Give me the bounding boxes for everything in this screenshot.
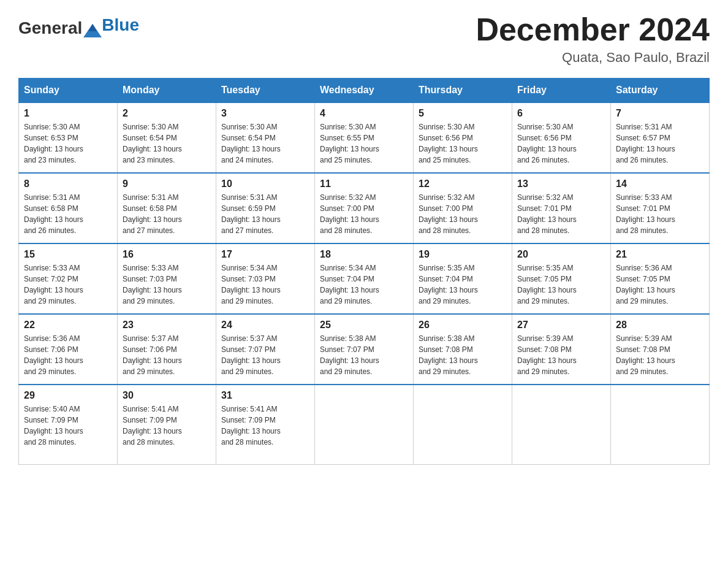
week-row-2: 8 Sunrise: 5:31 AMSunset: 6:58 PMDayligh… (19, 173, 710, 243)
title-area: December 2024 Quata, Sao Paulo, Brazil (476, 12, 710, 66)
day-info: Sunrise: 5:30 AMSunset: 6:54 PMDaylight:… (221, 123, 281, 164)
day-number: 8 (24, 178, 112, 190)
day-info: Sunrise: 5:36 AMSunset: 7:06 PMDaylight:… (24, 334, 83, 376)
day-info: Sunrise: 5:37 AMSunset: 7:07 PMDaylight:… (221, 334, 281, 376)
calendar-cell: 10 Sunrise: 5:31 AMSunset: 6:59 PMDaylig… (216, 173, 315, 243)
day-header-saturday: Saturday (611, 79, 710, 103)
calendar-cell (611, 385, 710, 464)
calendar-cell: 27 Sunrise: 5:39 AMSunset: 7:08 PMDaylig… (512, 314, 611, 385)
calendar-cell: 7 Sunrise: 5:31 AMSunset: 6:57 PMDayligh… (611, 102, 710, 173)
day-info: Sunrise: 5:30 AMSunset: 6:56 PMDaylight:… (517, 123, 577, 164)
calendar-table: SundayMondayTuesdayWednesdayThursdayFrid… (18, 78, 710, 465)
day-number: 5 (419, 108, 507, 119)
day-number: 14 (616, 178, 704, 190)
calendar-cell (414, 385, 512, 464)
day-number: 22 (24, 320, 112, 331)
day-number: 25 (320, 320, 408, 331)
calendar-cell: 2 Sunrise: 5:30 AMSunset: 6:54 PMDayligh… (118, 102, 216, 173)
calendar-cell: 25 Sunrise: 5:38 AMSunset: 7:07 PMDaylig… (315, 314, 414, 385)
day-info: Sunrise: 5:35 AMSunset: 7:05 PMDaylight:… (517, 264, 577, 305)
calendar-cell: 1 Sunrise: 5:30 AMSunset: 6:53 PMDayligh… (19, 102, 118, 173)
day-info: Sunrise: 5:30 AMSunset: 6:54 PMDaylight:… (123, 123, 182, 164)
logo-general-text: General (18, 18, 82, 38)
calendar-cell: 28 Sunrise: 5:39 AMSunset: 7:08 PMDaylig… (611, 314, 710, 385)
calendar-cell: 26 Sunrise: 5:38 AMSunset: 7:08 PMDaylig… (414, 314, 512, 385)
day-info: Sunrise: 5:38 AMSunset: 7:07 PMDaylight:… (320, 334, 379, 376)
day-number: 4 (320, 108, 408, 119)
calendar-cell: 30 Sunrise: 5:41 AMSunset: 7:09 PMDaylig… (118, 385, 216, 464)
month-title: December 2024 (476, 12, 710, 47)
day-info: Sunrise: 5:37 AMSunset: 7:06 PMDaylight:… (123, 334, 182, 376)
day-number: 23 (123, 320, 211, 331)
page-header: General Blue December 2024 Quata, Sao Pa… (18, 12, 710, 66)
day-info: Sunrise: 5:33 AMSunset: 7:02 PMDaylight:… (24, 264, 83, 305)
day-number: 1 (24, 108, 112, 119)
day-header-monday: Monday (118, 79, 216, 103)
day-number: 31 (221, 390, 309, 401)
calendar-cell: 4 Sunrise: 5:30 AMSunset: 6:55 PMDayligh… (315, 102, 414, 173)
logo: General Blue (18, 18, 139, 38)
calendar-cell: 31 Sunrise: 5:41 AMSunset: 7:09 PMDaylig… (216, 385, 315, 464)
day-info: Sunrise: 5:30 AMSunset: 6:55 PMDaylight:… (320, 123, 379, 164)
day-info: Sunrise: 5:40 AMSunset: 7:09 PMDaylight:… (24, 405, 83, 446)
calendar-cell: 21 Sunrise: 5:36 AMSunset: 7:05 PMDaylig… (611, 243, 710, 314)
day-info: Sunrise: 5:36 AMSunset: 7:05 PMDaylight:… (616, 264, 675, 305)
logo-blue-text: Blue (102, 15, 139, 35)
calendar-cell: 13 Sunrise: 5:32 AMSunset: 7:01 PMDaylig… (512, 173, 611, 243)
calendar-cell: 12 Sunrise: 5:32 AMSunset: 7:00 PMDaylig… (414, 173, 512, 243)
calendar-cell: 23 Sunrise: 5:37 AMSunset: 7:06 PMDaylig… (118, 314, 216, 385)
calendar-cell: 18 Sunrise: 5:34 AMSunset: 7:04 PMDaylig… (315, 243, 414, 314)
days-header-row: SundayMondayTuesdayWednesdayThursdayFrid… (19, 79, 710, 103)
calendar-cell: 22 Sunrise: 5:36 AMSunset: 7:06 PMDaylig… (19, 314, 118, 385)
calendar-cell: 24 Sunrise: 5:37 AMSunset: 7:07 PMDaylig… (216, 314, 315, 385)
day-info: Sunrise: 5:35 AMSunset: 7:04 PMDaylight:… (419, 264, 478, 305)
day-number: 29 (24, 390, 112, 401)
day-number: 3 (221, 108, 309, 119)
logo-icon (83, 19, 102, 37)
day-number: 6 (517, 108, 605, 119)
day-info: Sunrise: 5:33 AMSunset: 7:01 PMDaylight:… (616, 193, 675, 235)
day-number: 11 (320, 178, 408, 190)
day-number: 15 (24, 249, 112, 260)
week-row-5: 29 Sunrise: 5:40 AMSunset: 7:09 PMDaylig… (19, 385, 710, 464)
calendar-cell: 14 Sunrise: 5:33 AMSunset: 7:01 PMDaylig… (611, 173, 710, 243)
day-info: Sunrise: 5:34 AMSunset: 7:04 PMDaylight:… (320, 264, 379, 305)
day-number: 16 (123, 249, 211, 260)
day-number: 19 (419, 249, 507, 260)
day-info: Sunrise: 5:41 AMSunset: 7:09 PMDaylight:… (123, 405, 182, 446)
calendar-cell: 11 Sunrise: 5:32 AMSunset: 7:00 PMDaylig… (315, 173, 414, 243)
day-number: 27 (517, 320, 605, 331)
day-number: 13 (517, 178, 605, 190)
calendar-cell: 20 Sunrise: 5:35 AMSunset: 7:05 PMDaylig… (512, 243, 611, 314)
day-number: 20 (517, 249, 605, 260)
day-header-tuesday: Tuesday (216, 79, 315, 103)
day-info: Sunrise: 5:32 AMSunset: 7:00 PMDaylight:… (419, 193, 478, 235)
day-number: 7 (616, 108, 704, 119)
calendar-cell (512, 385, 611, 464)
calendar-cell: 19 Sunrise: 5:35 AMSunset: 7:04 PMDaylig… (414, 243, 512, 314)
day-number: 26 (419, 320, 507, 331)
day-info: Sunrise: 5:32 AMSunset: 7:00 PMDaylight:… (320, 193, 379, 235)
day-header-sunday: Sunday (19, 79, 118, 103)
calendar-cell: 29 Sunrise: 5:40 AMSunset: 7:09 PMDaylig… (19, 385, 118, 464)
calendar-cell: 17 Sunrise: 5:34 AMSunset: 7:03 PMDaylig… (216, 243, 315, 314)
day-info: Sunrise: 5:31 AMSunset: 6:58 PMDaylight:… (123, 193, 182, 235)
day-info: Sunrise: 5:41 AMSunset: 7:09 PMDaylight:… (221, 405, 281, 446)
week-row-1: 1 Sunrise: 5:30 AMSunset: 6:53 PMDayligh… (19, 102, 710, 173)
calendar-cell: 15 Sunrise: 5:33 AMSunset: 7:02 PMDaylig… (19, 243, 118, 314)
day-info: Sunrise: 5:38 AMSunset: 7:08 PMDaylight:… (419, 334, 478, 376)
day-header-friday: Friday (512, 79, 611, 103)
day-number: 28 (616, 320, 704, 331)
day-number: 9 (123, 178, 211, 190)
day-number: 21 (616, 249, 704, 260)
week-row-4: 22 Sunrise: 5:36 AMSunset: 7:06 PMDaylig… (19, 314, 710, 385)
day-info: Sunrise: 5:31 AMSunset: 6:58 PMDaylight:… (24, 193, 83, 235)
location-title: Quata, Sao Paulo, Brazil (476, 50, 710, 66)
day-info: Sunrise: 5:34 AMSunset: 7:03 PMDaylight:… (221, 264, 281, 305)
day-header-wednesday: Wednesday (315, 79, 414, 103)
week-row-3: 15 Sunrise: 5:33 AMSunset: 7:02 PMDaylig… (19, 243, 710, 314)
calendar-cell: 8 Sunrise: 5:31 AMSunset: 6:58 PMDayligh… (19, 173, 118, 243)
day-header-thursday: Thursday (414, 79, 512, 103)
day-info: Sunrise: 5:31 AMSunset: 6:59 PMDaylight:… (221, 193, 281, 235)
calendar-cell: 9 Sunrise: 5:31 AMSunset: 6:58 PMDayligh… (118, 173, 216, 243)
